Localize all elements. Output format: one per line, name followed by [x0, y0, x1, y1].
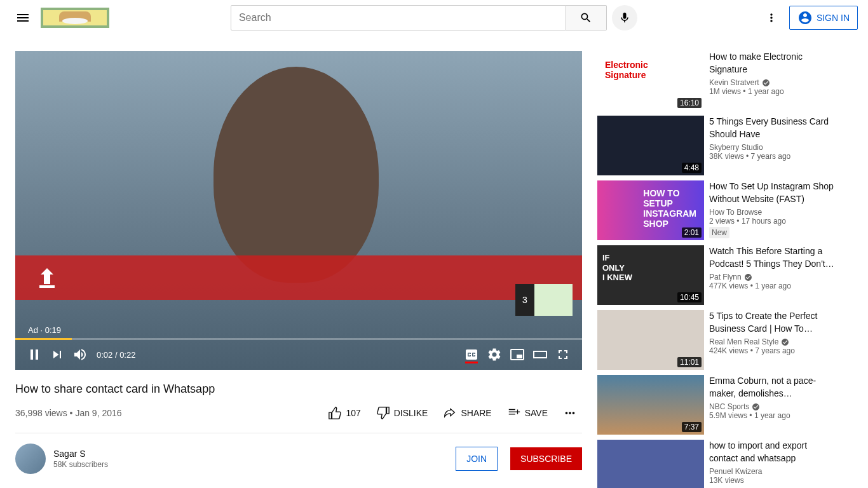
- related-info: 5 Things Every Business Card Should Have…: [709, 116, 853, 175]
- hamburger-icon: [15, 10, 31, 25]
- related-item[interactable]: 11:015 Tips to Create the Perfect Busine…: [597, 310, 853, 370]
- more-button[interactable]: [759, 5, 784, 30]
- signin-button[interactable]: SIGN IN: [789, 6, 858, 30]
- related-thumbnail[interactable]: 11:01: [597, 310, 704, 370]
- channel-row: Sagar S 58K subscribers JOIN SUBSCRIBE: [15, 433, 582, 484]
- header-right: SIGN IN: [759, 5, 858, 30]
- share-icon: [443, 406, 457, 420]
- dislike-label: DISLIKE: [394, 408, 428, 418]
- duration-badge: 16:10: [677, 98, 702, 108]
- next-button[interactable]: [46, 343, 69, 366]
- related-videos: Electronic Signature16:10How to make Ele…: [597, 51, 853, 488]
- signin-label: SIGN IN: [817, 13, 850, 23]
- related-meta: 5.9M views • 1 year ago: [709, 411, 837, 420]
- search-icon: [580, 11, 592, 24]
- miniplayer-icon: [510, 347, 525, 362]
- more-actions-button[interactable]: [558, 401, 582, 425]
- upnext-overlay[interactable]: 3: [515, 284, 573, 316]
- upnext-number: 3: [515, 284, 534, 316]
- related-title: How To Set Up Instagram Shop Without Web…: [709, 180, 837, 205]
- related-info: Emma Coburn, not a pace-maker, demolishe…: [709, 375, 853, 435]
- volume-icon: [72, 347, 88, 362]
- related-item[interactable]: 7:37Emma Coburn, not a pace-maker, demol…: [597, 375, 853, 435]
- related-channel: Kevin Stratvert: [709, 78, 837, 87]
- video-actions: 107 DISLIKE SHARE SAVE: [323, 401, 582, 425]
- related-meta: 477K views • 1 year ago: [709, 281, 837, 290]
- share-button[interactable]: SHARE: [438, 401, 496, 425]
- related-channel: Real Men Real Style: [709, 337, 837, 346]
- captions-button[interactable]: [460, 343, 483, 366]
- related-meta: 424K views • 7 years ago: [709, 346, 837, 355]
- related-channel: How To Browse: [709, 208, 837, 217]
- new-badge: New: [709, 227, 729, 238]
- primary-column: 3 Ad · 0:19 0:02 / 0:22 How to share con…: [15, 51, 582, 488]
- header: SIGN IN: [0, 0, 868, 36]
- join-button[interactable]: JOIN: [456, 447, 498, 471]
- header-left: [10, 5, 109, 30]
- subscriber-count: 58K subscribers: [53, 460, 448, 469]
- theater-button[interactable]: [529, 343, 552, 366]
- related-meta: 38K views • 7 years ago: [709, 152, 837, 161]
- like-button[interactable]: 107: [323, 401, 365, 425]
- related-item[interactable]: how to import and export contact and wha…: [597, 440, 853, 488]
- video-meta: 36,998 views • Jan 9, 2016: [15, 408, 122, 418]
- theater-icon: [532, 347, 548, 362]
- thumb-down-icon: [376, 406, 390, 420]
- settings-button[interactable]: [483, 343, 506, 366]
- related-thumbnail[interactable]: 7:37: [597, 375, 704, 435]
- gear-icon: [487, 347, 502, 362]
- voice-search-button[interactable]: [612, 5, 637, 30]
- related-item[interactable]: 4:485 Things Every Business Card Should …: [597, 116, 853, 175]
- related-title: Watch This Before Starting a Podcast! 5 …: [709, 245, 837, 270]
- upnext-thumb: [534, 284, 573, 316]
- related-title: 5 Tips to Create the Perfect Business Ca…: [709, 310, 837, 335]
- pause-button[interactable]: [23, 343, 46, 366]
- related-info: Watch This Before Starting a Podcast! 5 …: [709, 245, 853, 305]
- related-thumbnail[interactable]: 4:48: [597, 116, 704, 175]
- related-channel: Pat Flynn: [709, 273, 837, 281]
- related-meta: 2 views • 17 hours ago: [709, 217, 837, 226]
- miniplayer-button[interactable]: [506, 343, 529, 366]
- save-label: SAVE: [525, 408, 548, 418]
- duration-badge: 11:01: [677, 357, 702, 367]
- fullscreen-icon: [555, 347, 571, 362]
- mic-icon: [618, 11, 631, 24]
- channel-name[interactable]: Sagar S: [53, 449, 448, 459]
- time-display: 0:02 / 0:22: [97, 350, 135, 360]
- search-button[interactable]: [566, 5, 607, 30]
- related-channel: Penuel Kwizera: [709, 467, 837, 476]
- verified-icon: [752, 403, 760, 411]
- channel-info: Sagar S 58K subscribers: [53, 449, 448, 469]
- duration-badge: 7:37: [682, 422, 702, 432]
- duration-badge: 10:45: [677, 292, 702, 302]
- save-button[interactable]: SAVE: [502, 401, 553, 425]
- video-player[interactable]: 3 Ad · 0:19 0:02 / 0:22: [15, 51, 582, 370]
- related-thumbnail[interactable]: [597, 440, 704, 488]
- related-item[interactable]: IF ONLY I KNEW10:45Watch This Before Sta…: [597, 245, 853, 305]
- search-input[interactable]: [231, 5, 566, 30]
- volume-button[interactable]: [69, 343, 92, 366]
- related-info: how to import and export contact and wha…: [709, 440, 853, 488]
- user-icon: [797, 10, 813, 25]
- video-meta-row: 36,998 views • Jan 9, 2016 107 DISLIKE S…: [15, 401, 582, 433]
- dislike-button[interactable]: DISLIKE: [371, 401, 433, 425]
- content: 3 Ad · 0:19 0:02 / 0:22 How to share con…: [0, 36, 868, 488]
- header-center: [231, 5, 637, 30]
- subscribe-button[interactable]: SUBSCRIBE: [510, 447, 582, 470]
- video-frame: [15, 51, 582, 370]
- related-item[interactable]: HOW TO SETUP INSTAGRAM SHOP2:01How To Se…: [597, 180, 853, 240]
- related-thumbnail[interactable]: HOW TO SETUP INSTAGRAM SHOP2:01: [597, 180, 704, 240]
- related-thumbnail[interactable]: IF ONLY I KNEW10:45: [597, 245, 704, 305]
- related-item[interactable]: Electronic Signature16:10How to make Ele…: [597, 51, 853, 111]
- related-meta: 13K views: [709, 476, 837, 485]
- channel-avatar[interactable]: [15, 444, 46, 474]
- ad-logo-icon: [34, 265, 60, 290]
- thumb-up-icon: [328, 406, 342, 420]
- related-thumbnail[interactable]: Electronic Signature16:10: [597, 51, 704, 111]
- site-logo[interactable]: [41, 8, 109, 28]
- related-title: How to make Electronic Signature: [709, 51, 837, 76]
- player-controls: 0:02 / 0:22: [15, 339, 582, 370]
- fullscreen-button[interactable]: [552, 343, 574, 366]
- menu-button[interactable]: [10, 5, 36, 30]
- verified-icon: [762, 79, 770, 87]
